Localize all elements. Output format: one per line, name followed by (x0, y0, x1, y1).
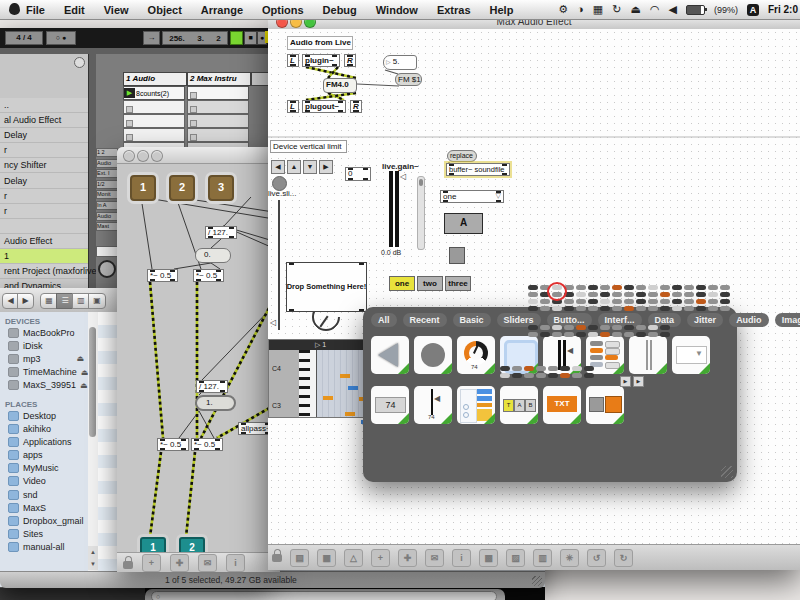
matrix-cell[interactable] (540, 325, 550, 330)
matrix-cell[interactable] (696, 299, 706, 304)
browser-item[interactable]: r (0, 189, 88, 204)
scroll-up-icon[interactable]: ▲ (88, 546, 98, 558)
matrix-cell[interactable] (672, 306, 682, 311)
tab-button[interactable]: one (389, 276, 415, 291)
matrix-cell[interactable] (708, 299, 718, 304)
clip-play-icon[interactable]: ▶ (124, 88, 135, 98)
matrix-cell[interactable] (528, 292, 538, 297)
matrix-cell[interactable] (684, 299, 694, 304)
send-l[interactable]: L (287, 100, 299, 113)
palette-tab[interactable]: Basic (453, 313, 491, 327)
time-signature[interactable]: 4 / 4 (5, 31, 43, 45)
tile-live-text[interactable]: TXT (543, 386, 581, 424)
matrix-cell[interactable] (720, 306, 730, 311)
step-play-icon[interactable]: ▶ (633, 376, 644, 387)
battery-icon[interactable] (686, 5, 705, 15)
io-chooser[interactable]: 1/2 (96, 180, 118, 189)
matrix-cell[interactable] (512, 373, 522, 378)
tab-button[interactable]: three (445, 276, 471, 291)
matrix-cell[interactable] (600, 299, 610, 304)
matrix-cell[interactable] (684, 285, 694, 290)
clip-slot-playing[interactable]: ▶ 8counts(2) (123, 86, 185, 100)
matrix-cell[interactable] (720, 285, 730, 290)
clock[interactable]: Fri 2:0 (768, 4, 798, 15)
browser-close-icon[interactable] (74, 57, 85, 68)
sidebar-place[interactable]: Sites (0, 528, 88, 541)
tile-live-toggle[interactable] (586, 386, 624, 424)
matrix-cell[interactable] (660, 285, 670, 290)
matrix-cell[interactable] (540, 332, 550, 337)
scroll-down-icon[interactable]: ▼ (88, 558, 98, 570)
matrix-cell[interactable] (708, 285, 718, 290)
matrix-cell[interactable] (524, 366, 534, 371)
menu-item[interactable]: Debug (323, 4, 357, 16)
sidebar-place[interactable]: MaxS (0, 501, 88, 514)
tile-live-numbox[interactable]: 74 (371, 386, 409, 424)
matrix-cell[interactable] (588, 285, 598, 290)
view-coverflow-button[interactable]: ▣ (88, 293, 106, 309)
matrix-cell[interactable] (648, 292, 658, 297)
matrix-cell[interactable] (600, 306, 610, 311)
inspector-icon[interactable]: i (226, 554, 245, 572)
matrix-cell[interactable] (600, 292, 610, 297)
gain-meter-right[interactable] (395, 171, 399, 247)
matrix-cell[interactable] (536, 366, 546, 371)
nav-up-icon[interactable]: ▲ (287, 160, 301, 174)
matrix-cell[interactable] (660, 306, 670, 311)
matrix-cell[interactable] (636, 292, 646, 297)
io-chooser[interactable]: Audio (96, 159, 118, 168)
preset-button[interactable]: 3 (208, 175, 234, 201)
matrix-cell[interactable] (612, 285, 622, 290)
matrix-cell[interactable] (576, 325, 586, 330)
finder-file-list[interactable] (98, 312, 117, 571)
matrix-cell[interactable] (696, 306, 706, 311)
live-slider[interactable] (278, 200, 280, 330)
matrix-cell[interactable] (536, 373, 546, 378)
track-header-2[interactable]: 2 Max Instru (187, 72, 251, 86)
warning-icon[interactable]: △ (344, 549, 363, 567)
matrix-cell[interactable] (612, 325, 622, 330)
menu-item[interactable]: File (26, 4, 45, 16)
object-mul-b[interactable]: *~ 0.5 (193, 269, 224, 282)
sidebar-place[interactable]: akihiko (0, 422, 88, 435)
matrix-cell[interactable] (648, 325, 658, 330)
lock-icon[interactable] (123, 561, 133, 569)
comment-icon[interactable]: ✉ (198, 554, 217, 572)
browser-item[interactable]: ncy Shifter (0, 158, 88, 173)
clip-slot[interactable] (187, 86, 249, 100)
browser-item[interactable]: r (0, 143, 88, 158)
eject-icon[interactable]: ⏏ (630, 4, 640, 15)
add-icon[interactable]: + (371, 549, 390, 567)
nav-down-icon[interactable]: ▼ (303, 160, 317, 174)
matrix-cell[interactable] (672, 299, 682, 304)
eject-icon[interactable]: ⏏ (76, 354, 84, 363)
io-chooser[interactable]: Ext. I (96, 169, 118, 178)
matrix-cell[interactable] (564, 325, 574, 330)
matrix-cell[interactable] (696, 285, 706, 290)
matrix-cell[interactable] (612, 292, 622, 297)
menu-item[interactable]: Object (148, 4, 182, 16)
move-icon[interactable]: ✚ (398, 549, 417, 567)
matrix-cell[interactable] (600, 332, 610, 337)
menu-item[interactable]: Help (490, 4, 514, 16)
menu-item[interactable]: Extras (437, 4, 471, 16)
menu-item[interactable]: Options (262, 4, 304, 16)
matrix-cell[interactable] (636, 306, 646, 311)
tile-live-dial[interactable]: 74 (457, 336, 495, 374)
search-field[interactable]: ○ (151, 591, 497, 600)
matrix-cell[interactable] (612, 332, 622, 337)
matrix-cell[interactable] (612, 299, 622, 304)
object-mul-d[interactable]: *~ 0.5 (191, 438, 223, 451)
forward-button[interactable]: ▶ (17, 293, 34, 309)
tap-tempo[interactable]: ○ ● (46, 31, 76, 45)
gain-meter-left[interactable] (389, 171, 393, 247)
browser-item[interactable]: r (0, 204, 88, 219)
input-menu-icon[interactable]: A (747, 4, 759, 16)
arrangement-position[interactable]: 256. 3. 2 (162, 31, 228, 45)
drop-area[interactable]: Drop Something Here! (286, 262, 367, 312)
browser-item[interactable]: rent Project (maxforlivetest) (0, 264, 88, 279)
resize-grip-icon[interactable] (532, 576, 542, 586)
textbutton-a[interactable]: A (444, 213, 483, 234)
browser-item[interactable] (0, 219, 88, 234)
matrix-cell[interactable] (720, 299, 730, 304)
